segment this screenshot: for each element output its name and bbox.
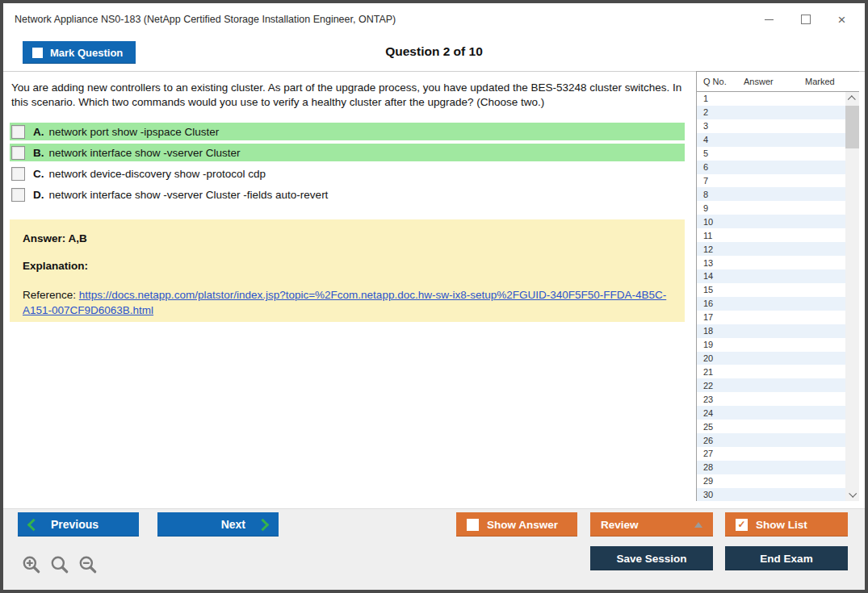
save-session-button[interactable]: Save Session (590, 546, 713, 570)
question-number: 12 (697, 244, 713, 254)
scrollbar-thumb[interactable] (845, 106, 859, 148)
maximize-icon (801, 15, 811, 24)
question-number: 22 (697, 381, 713, 390)
checkbox-unchecked-icon (467, 519, 479, 531)
question-list-row[interactable]: 8 (697, 187, 845, 201)
question-list-row[interactable]: 21 (697, 365, 845, 378)
triangle-up-icon (694, 522, 702, 528)
minimize-icon (765, 19, 774, 20)
title-bar: Network Appliance NS0-183 (NetApp Certif… (3, 3, 865, 35)
question-number: 10 (697, 217, 713, 227)
chevron-left-icon (27, 518, 40, 531)
scroll-down-icon[interactable] (845, 487, 859, 501)
question-number: 7 (697, 176, 708, 186)
question-list-row[interactable]: 29 (697, 474, 845, 488)
question-list-row[interactable]: 13 (697, 256, 845, 269)
save-session-label: Save Session (616, 553, 686, 565)
question-list-row[interactable]: 4 (697, 133, 845, 147)
reference-prefix: Reference: (23, 289, 79, 301)
reference-link[interactable]: https://docs.netapp.com/platstor/index.j… (23, 289, 666, 316)
checkbox-unchecked-icon[interactable] (11, 125, 25, 139)
question-number: 8 (697, 190, 708, 199)
previous-button[interactable]: Previous (18, 512, 139, 537)
question-list-scrollbar[interactable] (845, 92, 859, 501)
close-icon: × (838, 13, 846, 27)
show-list-button[interactable]: ✓ Show List (725, 512, 848, 537)
chevron-right-icon (257, 518, 270, 531)
question-number: 3 (697, 121, 708, 131)
show-list-label: Show List (756, 519, 807, 531)
question-number: 27 (697, 449, 713, 458)
question-list-row[interactable]: 24 (697, 406, 845, 420)
zoom-out-icon[interactable] (78, 554, 99, 575)
close-button[interactable]: × (824, 3, 860, 35)
zoom-reset-icon[interactable] (49, 554, 70, 575)
question-list-row[interactable]: 22 (697, 378, 845, 392)
question-number: 19 (697, 340, 713, 349)
question-number: 28 (697, 462, 713, 472)
checkbox-unchecked-icon[interactable] (11, 188, 25, 202)
reference-line: Reference: https://docs.netapp.com/plats… (23, 287, 672, 318)
maximize-button[interactable] (787, 3, 824, 35)
column-answer: Answer (744, 77, 805, 86)
question-number: 14 (697, 271, 713, 281)
question-list-row[interactable]: 25 (697, 420, 845, 433)
question-list-row[interactable]: 2 (697, 106, 845, 119)
checkbox-unchecked-icon[interactable] (11, 146, 25, 160)
option-text: network port show -ipspace Cluster (49, 126, 220, 138)
zoom-in-icon[interactable] (21, 554, 42, 575)
review-dropdown-button[interactable]: Review (590, 512, 713, 537)
header-bar: Mark Question Question 2 of 10 (3, 35, 865, 72)
option-letter: D. (33, 189, 44, 201)
question-list-row[interactable]: 16 (697, 297, 845, 311)
question-number: 13 (697, 258, 713, 268)
question-number: 1 (697, 94, 708, 103)
next-label: Next (221, 518, 245, 531)
scroll-up-icon[interactable] (845, 92, 859, 106)
question-list-row[interactable]: 30 (697, 488, 845, 501)
question-list-row[interactable]: 6 (697, 161, 845, 174)
question-list-row[interactable]: 18 (697, 324, 845, 338)
question-list-row[interactable]: 12 (697, 242, 845, 256)
question-list-row[interactable]: 7 (697, 174, 845, 188)
minimize-button[interactable] (751, 3, 787, 35)
option-letter: C. (33, 168, 44, 180)
question-list-row[interactable]: 5 (697, 147, 845, 161)
option-c[interactable]: C. network device-discovery show -protoc… (10, 165, 685, 182)
question-list-row[interactable]: 17 (697, 311, 845, 324)
column-marked: Marked (805, 77, 853, 86)
option-a[interactable]: A. network port show -ipspace Cluster (10, 123, 685, 140)
question-list-panel: Q No. Answer Marked 12345678910111213141… (696, 71, 859, 501)
checkbox-unchecked-icon[interactable] (11, 167, 25, 181)
question-number: 5 (697, 148, 708, 158)
question-list-header: Q No. Answer Marked (697, 72, 859, 92)
question-list-row[interactable]: 27 (697, 447, 845, 461)
next-button[interactable]: Next (157, 512, 279, 537)
option-letter: B. (33, 147, 44, 159)
question-list-row[interactable]: 11 (697, 228, 845, 242)
question-list-row[interactable]: 26 (697, 433, 845, 447)
question-list-row[interactable]: 14 (697, 269, 845, 283)
question-number: 26 (697, 436, 713, 445)
option-b[interactable]: B. network interface show -vserver Clust… (10, 144, 685, 161)
end-exam-button[interactable]: End Exam (725, 546, 848, 570)
show-answer-button[interactable]: Show Answer (456, 512, 577, 537)
chevron-up-icon (848, 95, 856, 103)
question-list-row[interactable]: 1 (697, 92, 845, 106)
end-exam-label: End Exam (760, 553, 812, 565)
option-d[interactable]: D. network interface show -vserver Clust… (10, 186, 685, 203)
question-list-row[interactable]: 19 (697, 338, 845, 352)
question-list-row[interactable]: 10 (697, 215, 845, 228)
question-list-row[interactable]: 28 (697, 461, 845, 474)
question-number: 15 (697, 285, 713, 294)
option-text: network interface show -vserver Cluster … (49, 189, 329, 201)
question-list-row[interactable]: 15 (697, 283, 845, 297)
answer-box: Answer: A,B Explanation: Reference: http… (10, 219, 685, 322)
question-list-row[interactable]: 20 (697, 352, 845, 365)
show-answer-label: Show Answer (487, 519, 558, 531)
zoom-tools (21, 554, 99, 575)
question-number: 30 (697, 490, 713, 499)
question-list-row[interactable]: 3 (697, 119, 845, 133)
question-list-row[interactable]: 23 (697, 392, 845, 406)
question-list-row[interactable]: 9 (697, 201, 845, 215)
